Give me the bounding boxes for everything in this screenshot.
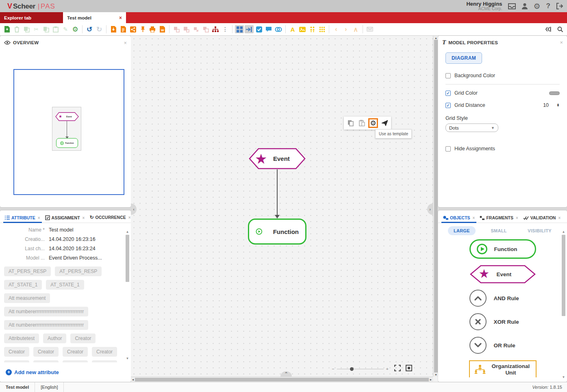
canvas-vertical-scrollbar[interactable]: ▲ ▼ bbox=[433, 36, 438, 377]
tab-test-model[interactable]: Test model × bbox=[63, 12, 126, 23]
status-language[interactable]: [English] bbox=[35, 382, 64, 392]
tab-assignment[interactable]: ASSIGNMENT × bbox=[43, 213, 87, 223]
collapse-left-panel-handle[interactable]: ‹ bbox=[131, 204, 137, 215]
palette-or-rule-item[interactable]: OR Rule bbox=[469, 337, 536, 354]
attribute-chip[interactable]: Creator bbox=[63, 347, 88, 357]
palette-and-rule-item[interactable]: AND Rule bbox=[469, 290, 536, 307]
attribute-chip[interactable]: Creator bbox=[92, 347, 117, 357]
font-icon[interactable]: A bbox=[288, 25, 297, 33]
attribute-chip[interactable]: AT_PERS_RESP bbox=[4, 266, 51, 276]
help-icon[interactable]: ? bbox=[546, 2, 550, 10]
envelope-icon[interactable] bbox=[365, 25, 374, 33]
nav-back-icon[interactable]: ‹ bbox=[332, 25, 341, 33]
palette-org-unit-item[interactable]: Organizational Unit bbox=[469, 360, 537, 377]
attribute-chip[interactable]: Attributetest bbox=[4, 334, 39, 343]
hide-assignments-checkbox[interactable] bbox=[445, 146, 451, 152]
paste-icon[interactable] bbox=[51, 25, 60, 33]
tab-attribute-close-icon[interactable]: × bbox=[38, 216, 40, 220]
print-icon[interactable] bbox=[148, 25, 157, 33]
field-value-modeltype[interactable]: Event Driven Process... bbox=[49, 255, 102, 261]
size-tab-visibility[interactable]: VISIBILITY bbox=[522, 226, 557, 235]
inbox-icon[interactable] bbox=[508, 3, 516, 9]
settings-gear-icon[interactable]: ⚙ bbox=[534, 2, 541, 11]
pin-icon[interactable] bbox=[138, 25, 147, 33]
function-shape[interactable]: Function bbox=[248, 219, 306, 245]
diagram-button[interactable]: DIAGRAM bbox=[445, 52, 482, 64]
comment-icon[interactable] bbox=[264, 25, 273, 33]
context-copy-icon[interactable] bbox=[345, 118, 355, 128]
field-value-name[interactable]: Test model bbox=[49, 227, 73, 233]
attribute-chip[interactable]: Creator bbox=[4, 347, 29, 357]
grid-distance-value[interactable]: 10 bbox=[543, 102, 549, 108]
tab-occurrence-close-icon[interactable]: × bbox=[128, 215, 131, 220]
grid-style-select[interactable]: Dots ▼ bbox=[445, 123, 498, 132]
attribute-chip[interactable]: Creator bbox=[33, 347, 59, 357]
attribute-chip[interactable]: Author bbox=[43, 334, 66, 343]
context-paste-icon[interactable] bbox=[357, 118, 367, 128]
overview-close-icon[interactable]: × bbox=[124, 40, 127, 46]
hierarchy-icon[interactable] bbox=[211, 25, 220, 33]
palette-event-item[interactable]: ★ Event bbox=[470, 265, 536, 284]
attribute-chip[interactable]: Att numbererrrrrrrrrrrrrrrrrrrrrrrrrrrrr… bbox=[4, 320, 88, 330]
tab-attribute[interactable]: ATTRIBUTE × bbox=[3, 213, 42, 223]
attribute-chip[interactable]: Att numbererrrrrrrrrrrrrrrrrrrrrrrrrrrrr… bbox=[4, 307, 88, 316]
image-icon[interactable] bbox=[298, 25, 307, 33]
dots-grid-small-icon[interactable] bbox=[308, 25, 317, 33]
attribute-chip[interactable]: AT_STATE_1 bbox=[46, 280, 84, 290]
tab-occurrence[interactable]: ↻ OCCURRENCE × bbox=[88, 212, 131, 223]
group-icon[interactable] bbox=[172, 25, 181, 33]
zoom-slider[interactable] bbox=[337, 369, 384, 369]
cut-icon[interactable]: ✂ bbox=[32, 25, 41, 33]
grid-distance-stepper[interactable]: ▲▼ bbox=[556, 104, 560, 107]
grid-color-checkbox[interactable]: ✓ bbox=[445, 91, 451, 96]
size-tab-small[interactable]: SMALL bbox=[485, 226, 512, 235]
attribute-chip[interactable]: Creator bbox=[70, 334, 96, 343]
send-back-icon[interactable] bbox=[201, 25, 210, 33]
fullscreen-icon[interactable] bbox=[394, 365, 401, 373]
word-export-icon[interactable]: W bbox=[158, 25, 167, 33]
model-settings-icon[interactable]: ⚙ bbox=[71, 25, 80, 33]
model-properties-close-icon[interactable]: × bbox=[560, 39, 563, 45]
tab-assignment-close-icon[interactable]: × bbox=[83, 216, 85, 220]
new-model-icon[interactable] bbox=[2, 25, 11, 33]
collapse-right-panel-handle[interactable]: › bbox=[427, 204, 433, 215]
tab-objects-close-icon[interactable]: × bbox=[473, 216, 475, 220]
tab-objects[interactable]: OBJECTS × bbox=[441, 213, 476, 223]
context-use-as-template-icon[interactable]: ⚙ bbox=[368, 118, 378, 128]
background-color-checkbox[interactable] bbox=[445, 73, 451, 78]
objects-scrollbar[interactable]: ▲ ▼ bbox=[561, 229, 566, 379]
attribute-chip[interactable]: AT_STATE_1 bbox=[4, 280, 42, 290]
diagram-canvas[interactable]: ★ Event Function ⚙ Use as template − bbox=[131, 36, 438, 382]
fit-to-screen-icon[interactable] bbox=[406, 365, 412, 373]
copy-icon[interactable] bbox=[41, 25, 50, 33]
zoom-out-icon[interactable]: − bbox=[332, 366, 334, 371]
field-value-creation[interactable]: 14.04.2020 16:23:16 bbox=[49, 236, 96, 242]
more-options-icon[interactable]: ⋮ bbox=[221, 25, 230, 33]
ungroup-icon[interactable] bbox=[182, 25, 191, 33]
nav-up-icon[interactable]: ∧ bbox=[351, 25, 360, 33]
duplicate-icon[interactable] bbox=[22, 25, 31, 33]
grid-view-icon[interactable] bbox=[235, 25, 244, 33]
attribute-chip[interactable]: AT_PERS_RESP bbox=[55, 266, 102, 276]
collapse-bottom-handle[interactable]: ⌃ bbox=[280, 371, 292, 377]
tab-validation[interactable]: VALIDATION × bbox=[521, 213, 562, 223]
attribute-chip[interactable]: Att measurement bbox=[4, 293, 50, 303]
logout-icon[interactable] bbox=[556, 3, 563, 9]
tab-fragments[interactable]: FRAGMENTS × bbox=[478, 213, 519, 223]
edit-icon[interactable]: ✎ bbox=[61, 25, 70, 33]
tab-fragments-close-icon[interactable]: × bbox=[516, 216, 518, 220]
zoom-slider-handle[interactable] bbox=[350, 367, 354, 371]
redo-icon[interactable]: ↻ bbox=[95, 25, 104, 33]
import-icon[interactable] bbox=[109, 25, 118, 33]
checkbox-tool-icon[interactable] bbox=[254, 25, 263, 33]
palette-function-item[interactable]: Function bbox=[469, 239, 536, 259]
connection-edge[interactable] bbox=[277, 169, 278, 216]
grid-distance-checkbox[interactable]: ✓ bbox=[445, 103, 451, 108]
event-shape[interactable]: ★ Event bbox=[249, 148, 306, 169]
dots-grid-large-icon[interactable] bbox=[317, 25, 326, 33]
grid-color-swatch[interactable] bbox=[549, 91, 560, 95]
undo-icon[interactable]: ↺ bbox=[85, 25, 94, 33]
add-new-attribute-button[interactable]: + Add new attribute bbox=[6, 369, 59, 375]
attribute-scrollbar[interactable]: ▲ ▼ bbox=[125, 229, 130, 361]
canvas-horizontal-scrollbar[interactable]: ◄ ► bbox=[131, 377, 433, 382]
